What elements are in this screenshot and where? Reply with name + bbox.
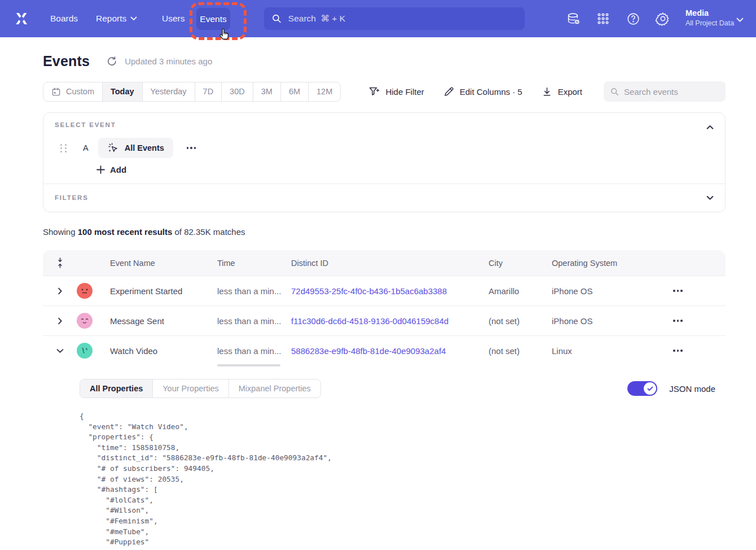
results-summary: Showing 100 most recent results of 82.35… (43, 227, 726, 237)
date-option-yesterday[interactable]: Yesterday (142, 82, 195, 101)
search-icon (272, 14, 282, 24)
column-header-os[interactable]: Operating System (552, 259, 666, 268)
date-option-6m[interactable]: 6M (280, 82, 308, 101)
properties-tabs: All Properties Your Properties Mixpanel … (80, 379, 321, 398)
nav-item-label: Users (162, 14, 184, 24)
column-header-event-name[interactable]: Event Name (110, 259, 217, 268)
row-actions-button[interactable] (670, 286, 686, 295)
city-cell: (not set) (489, 346, 552, 356)
chevron-right-icon[interactable] (55, 285, 65, 297)
edit-columns-button[interactable]: Edit Columns · 5 (443, 86, 522, 97)
top-navbar: X Boards Reports Users Events (0, 0, 756, 37)
time-cell: less than a min... (217, 286, 291, 296)
tab-mixpanel-properties[interactable]: Mixpanel Properties (228, 379, 320, 398)
data-management-icon[interactable] (566, 11, 581, 26)
search-icon (610, 87, 619, 97)
funnel-icon (368, 86, 380, 97)
event-name-cell: Watch Video (110, 346, 217, 356)
date-option-today[interactable]: Today (102, 82, 142, 101)
global-search-input[interactable] (288, 14, 517, 24)
drag-handle[interactable] (58, 142, 69, 155)
table-header-row: Event Name Time Distinct ID City Operati… (43, 250, 726, 276)
table-row[interactable]: Message Sent less than a min... f11c30d6… (43, 305, 726, 335)
plus-icon (96, 165, 105, 174)
spark-cursor-icon (107, 142, 119, 154)
refresh-icon[interactable] (107, 56, 117, 67)
table-row-expanded[interactable]: Watch Video less than a min... 5886283e-… (43, 335, 726, 365)
check-icon (647, 386, 653, 391)
tab-your-properties[interactable]: Your Properties (152, 379, 228, 398)
row-actions-button[interactable] (670, 316, 686, 325)
apps-grid-icon[interactable] (596, 11, 610, 26)
chevron-right-icon[interactable] (55, 315, 65, 327)
help-icon[interactable] (626, 11, 640, 26)
table-row[interactable]: Experiment Started less than a min... 72… (43, 276, 726, 305)
global-search[interactable] (264, 7, 525, 30)
pencil-icon (443, 86, 454, 97)
horizontal-scrollbar-thumb[interactable] (217, 364, 280, 366)
date-option-label: Custom (66, 87, 94, 96)
settings-gear-icon[interactable] (656, 11, 670, 26)
distinct-id-link[interactable]: 5886283e-e9fb-48fb-81de-40e9093a2af4 (291, 346, 446, 356)
avatar (77, 283, 93, 299)
date-option-12m[interactable]: 12M (308, 82, 340, 101)
page-title: Events (43, 53, 90, 69)
avatar (77, 313, 93, 329)
date-option-3m[interactable]: 3M (253, 82, 280, 101)
column-header-city[interactable]: City (489, 259, 552, 268)
row-actions-button[interactable] (670, 346, 686, 355)
column-header-distinct-id[interactable]: Distinct ID (291, 259, 489, 268)
nav-item-label: Reports (96, 14, 126, 24)
project-scope: All Project Data (685, 19, 734, 27)
hide-filter-button[interactable]: Hide Filter (368, 86, 424, 97)
filters-label: FILTERS (55, 194, 89, 201)
add-event-button[interactable]: Add (96, 165, 714, 174)
date-option-custom[interactable]: Custom (43, 82, 102, 101)
chevron-down-icon[interactable] (736, 15, 744, 25)
distinct-id-link[interactable]: f11c30d6-dc6d-4518-9136-0d046159c84d (291, 316, 449, 326)
selected-event-name: All Events (125, 143, 164, 152)
os-cell: iPhone OS (552, 286, 666, 296)
nav-item-boards[interactable]: Boards (50, 0, 78, 37)
search-events-field[interactable] (604, 81, 726, 102)
event-selector-button[interactable]: All Events (98, 138, 173, 158)
expand-collapse-all-icon[interactable] (56, 257, 64, 268)
date-option-30d[interactable]: 30D (221, 82, 253, 101)
chevron-down-icon[interactable] (706, 193, 714, 203)
date-range-control: Custom Today Yesterday 7D 30D 3M 6M 12M (43, 82, 341, 102)
filters-section-toggle[interactable]: FILTERS (43, 184, 725, 212)
nav-item-label: Events (200, 14, 226, 24)
mixpanel-logo-icon[interactable]: X (12, 10, 30, 28)
event-name-cell: Message Sent (110, 316, 217, 326)
distinct-id-link[interactable]: 72d49553-25fc-4f0c-b436-1b5ac6ab3388 (291, 286, 447, 296)
last-updated-text: Updated 3 minutes ago (125, 56, 212, 66)
event-json-viewer[interactable]: { "event": "Watch Video", "properties": … (80, 411, 715, 550)
time-cell: less than a min... (217, 316, 291, 326)
project-name: Media (685, 8, 734, 18)
chevron-up-icon[interactable] (704, 120, 716, 134)
nav-item-reports[interactable]: Reports (96, 0, 137, 37)
event-more-options-button[interactable] (183, 143, 200, 152)
search-events-input[interactable] (624, 87, 719, 97)
event-name-cell: Experiment Started (110, 286, 217, 296)
export-button[interactable]: Export (542, 86, 582, 97)
nav-item-users[interactable]: Users (162, 0, 184, 37)
project-selector[interactable]: Media All Project Data (685, 8, 734, 27)
city-cell: (not set) (489, 316, 552, 326)
nav-item-events[interactable]: Events (196, 8, 230, 30)
column-header-time[interactable]: Time (217, 259, 291, 268)
time-cell: less than a min... (217, 346, 291, 356)
download-icon (542, 86, 552, 97)
chevron-down-icon[interactable] (54, 346, 66, 356)
json-mode-toggle[interactable] (627, 381, 657, 396)
chevron-down-icon (130, 16, 137, 21)
tab-all-properties[interactable]: All Properties (80, 379, 152, 398)
city-cell: Amarillo (489, 286, 552, 296)
nav-item-label: Boards (50, 14, 78, 24)
os-cell: Linux (552, 346, 666, 356)
events-table: Event Name Time Distinct ID City Operati… (43, 250, 726, 550)
event-row-letter: A (83, 143, 89, 152)
date-option-7d[interactable]: 7D (195, 82, 222, 101)
event-detail-panel: All Properties Your Properties Mixpanel … (43, 365, 726, 550)
calendar-icon (51, 87, 61, 97)
